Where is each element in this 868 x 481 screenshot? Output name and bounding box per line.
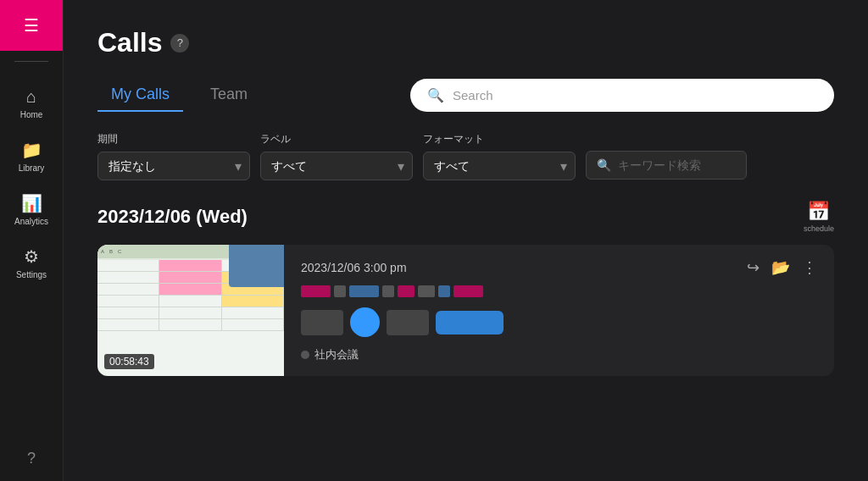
s-row <box>97 307 284 319</box>
label-select[interactable]: すべて 重要 フォローアップ <box>260 152 413 180</box>
title-block-6 <box>418 285 435 297</box>
filter-label-label: ラベル <box>260 132 413 147</box>
format-select-wrapper: すべて オンライン 対面 <box>423 152 576 180</box>
tab-team[interactable]: Team <box>197 79 261 112</box>
analytics-icon: 📊 <box>21 193 42 213</box>
sidebar-nav: ⌂ Home 📁 Library 📊 Analytics ⚙ Settings <box>3 72 60 450</box>
keyword-input[interactable] <box>618 158 736 172</box>
s-cell <box>159 272 221 283</box>
title-block-3 <box>349 285 379 297</box>
keyword-search[interactable]: 🔍 <box>586 151 747 180</box>
participant-block-2 <box>387 310 429 335</box>
tag-row: 社内会議 <box>301 347 817 362</box>
sidebar-top: ☰ <box>0 0 63 51</box>
participant-avatar <box>350 307 380 337</box>
filter-group-label: ラベル すべて 重要 フォローアップ <box>260 132 413 180</box>
title-block-8 <box>453 285 483 297</box>
s-cell <box>159 296 221 307</box>
tabs-row: My Calls Team 🔍 <box>97 79 834 112</box>
s-cell <box>159 307 221 318</box>
sidebar-bottom: ? <box>27 450 36 481</box>
title-block-5 <box>398 285 415 297</box>
period-select-wrapper: 指定なし 今日 今週 今月 <box>97 152 250 180</box>
s-cell <box>97 272 159 283</box>
title-block-4 <box>382 285 394 297</box>
home-icon: ⌂ <box>26 87 36 107</box>
s-row <box>97 296 284 307</box>
call-card[interactable]: ABC <box>97 245 834 376</box>
date-label: 2023/12/06 (Wed) <box>97 206 248 228</box>
participants-row <box>301 307 817 337</box>
sidebar-item-analytics[interactable]: 📊 Analytics <box>3 185 60 235</box>
call-title <box>301 285 817 297</box>
sidebar-divider <box>14 61 48 62</box>
sidebar: ☰ ⌂ Home 📁 Library 📊 Analytics ⚙ Setting… <box>0 0 64 481</box>
more-icon[interactable]: ⋮ <box>802 258 817 277</box>
call-duration: 00:58:43 <box>104 354 154 369</box>
filter-group-period: 期間 指定なし 今日 今週 今月 <box>97 132 250 180</box>
s-cell <box>222 307 284 318</box>
sidebar-label-library: Library <box>19 163 45 173</box>
call-meta-row: 2023/12/06 3:00 pm ↪ 📂 ⋮ <box>301 258 817 277</box>
sidebar-label-home: Home <box>20 110 43 119</box>
title-block-1 <box>301 285 331 297</box>
keyword-search-icon: 🔍 <box>597 158 611 172</box>
tag-dot <box>301 351 309 359</box>
tab-my-calls[interactable]: My Calls <box>97 79 183 112</box>
s-cell <box>97 260 159 271</box>
schedule-label: schedule <box>804 224 834 233</box>
s-cell <box>97 307 159 318</box>
sidebar-item-settings[interactable]: ⚙ Settings <box>3 238 60 288</box>
s-cell <box>97 296 159 307</box>
title-block-7 <box>438 285 450 297</box>
s-cell <box>159 260 221 271</box>
sidebar-item-library[interactable]: 📁 Library <box>3 131 60 181</box>
sidebar-label-settings: Settings <box>16 270 47 279</box>
call-thumbnail: ABC <box>97 245 284 376</box>
s-cell <box>97 284 159 295</box>
video-person <box>229 245 284 287</box>
format-select[interactable]: すべて オンライン 対面 <box>423 152 576 180</box>
settings-icon: ⚙ <box>24 246 39 267</box>
schedule-button[interactable]: 📅 schedule <box>804 201 834 233</box>
label-select-wrapper: すべて 重要 フォローアップ <box>260 152 413 180</box>
filter-label-period: 期間 <box>97 132 250 147</box>
filter-group-format: フォーマット すべて オンライン 対面 <box>423 132 576 180</box>
page-title: Calls <box>97 27 162 58</box>
participant-block-1 <box>301 310 343 335</box>
help-icon[interactable]: ? <box>27 450 36 467</box>
library-icon: 📁 <box>21 140 42 160</box>
page-help-icon[interactable]: ? <box>170 34 189 53</box>
s-cell <box>222 296 284 307</box>
search-icon: 🔍 <box>427 87 444 103</box>
search-input[interactable] <box>453 88 817 102</box>
title-block-2 <box>334 285 346 297</box>
s-cell <box>222 319 284 330</box>
call-info: 2023/12/06 3:00 pm ↪ 📂 ⋮ <box>284 245 834 376</box>
filters-row: 期間 指定なし 今日 今週 今月 ラベル すべて 重要 フォローアップ <box>97 132 834 180</box>
call-actions: ↪ 📂 ⋮ <box>747 258 817 277</box>
s-cell <box>159 284 221 295</box>
call-datetime: 2023/12/06 3:00 pm <box>301 261 407 274</box>
date-section: 2023/12/06 (Wed) 📅 schedule ABC <box>97 201 834 376</box>
search-bar[interactable]: 🔍 <box>410 79 834 112</box>
folder-icon[interactable]: 📂 <box>771 258 790 277</box>
s-cell <box>97 319 159 330</box>
s-cell <box>159 319 221 330</box>
menu-icon[interactable]: ☰ <box>24 15 39 36</box>
sidebar-item-home[interactable]: ⌂ Home <box>3 79 60 128</box>
filter-group-keyword: _ 🔍 <box>586 134 747 180</box>
call-tag: 社内会議 <box>314 347 359 362</box>
participant-name-block <box>436 311 504 334</box>
sidebar-label-analytics: Analytics <box>14 217 48 226</box>
share-icon[interactable]: ↪ <box>747 258 760 277</box>
page-header: Calls ? <box>97 27 834 58</box>
period-select[interactable]: 指定なし 今日 今週 今月 <box>97 152 250 180</box>
main-content: Calls ? My Calls Team 🔍 期間 指定なし 今日 今週 今月 <box>64 0 868 481</box>
tabs: My Calls Team <box>97 79 275 112</box>
schedule-icon: 📅 <box>807 201 830 223</box>
filter-label-format: フォーマット <box>423 132 576 147</box>
s-row <box>97 319 284 331</box>
date-header: 2023/12/06 (Wed) 📅 schedule <box>97 201 834 233</box>
